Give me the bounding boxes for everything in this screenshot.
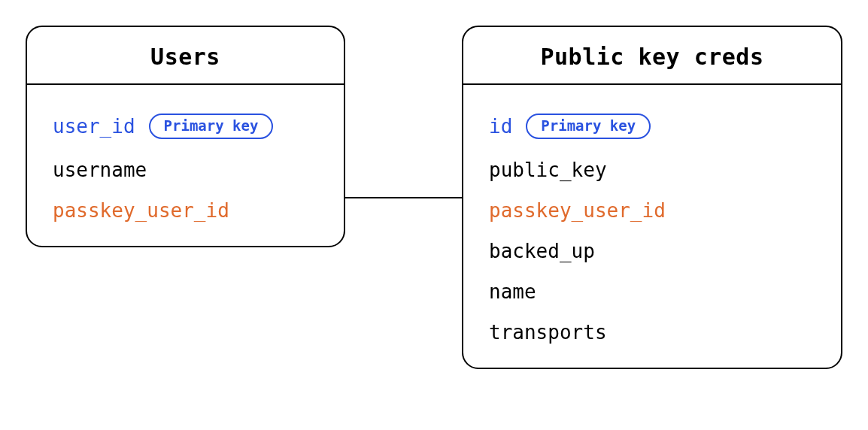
primary-key-badge: Primary key	[149, 114, 274, 139]
entity-users-title: Users	[27, 27, 344, 85]
primary-key-badge: Primary key	[526, 114, 651, 139]
field-row: id Primary key	[489, 114, 815, 139]
field-name: id	[489, 117, 512, 136]
field-row: transports	[489, 322, 815, 342]
field-name: username	[53, 160, 147, 180]
field-name: passkey_user_id	[489, 201, 666, 220]
field-name: name	[489, 282, 536, 301]
field-row: name	[489, 282, 815, 301]
field-row: username	[53, 160, 318, 180]
field-row: passkey_user_id	[489, 201, 815, 220]
entity-creds-title: Public key creds	[463, 27, 841, 85]
field-row: public_key	[489, 160, 815, 180]
entity-creds: Public key creds id Primary key public_k…	[462, 26, 842, 369]
field-name: user_id	[53, 117, 135, 136]
field-row: backed_up	[489, 241, 815, 261]
relation-line	[345, 197, 462, 198]
entity-creds-body: id Primary key public_key passkey_user_i…	[463, 85, 841, 368]
entity-users-body: user_id Primary key username passkey_use…	[27, 85, 344, 246]
field-name: passkey_user_id	[53, 201, 229, 220]
field-name: backed_up	[489, 241, 595, 261]
field-name: transports	[489, 322, 607, 342]
entity-users: Users user_id Primary key username passk…	[26, 26, 345, 247]
field-row: user_id Primary key	[53, 114, 318, 139]
field-name: public_key	[489, 160, 607, 180]
field-row: passkey_user_id	[53, 201, 318, 220]
